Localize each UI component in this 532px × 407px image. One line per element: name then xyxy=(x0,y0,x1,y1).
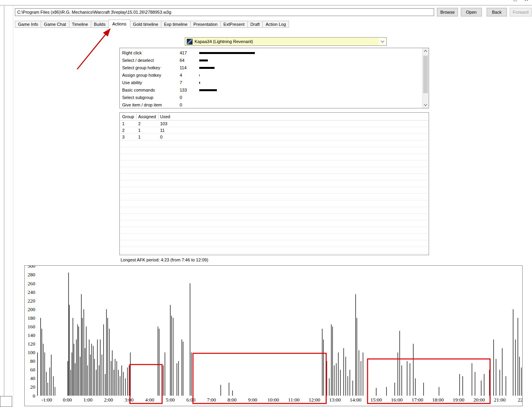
tab-presentation[interactable]: Presentation xyxy=(190,21,221,28)
apm-bar xyxy=(90,355,90,396)
scroll-up-icon[interactable] xyxy=(422,48,429,55)
table-cell: 2 xyxy=(122,128,124,133)
action-row[interactable]: Give item / drop item0 xyxy=(120,101,422,108)
combo-dropdown-button[interactable] xyxy=(379,38,386,45)
apm-bar xyxy=(459,374,460,396)
player-select[interactable]: Kapaa34 (Lightning Revenant) xyxy=(185,37,387,46)
action-count: 7 xyxy=(180,80,182,85)
action-count-bar xyxy=(199,74,200,76)
apm-bar xyxy=(47,383,48,396)
table-row xyxy=(120,174,429,180)
action-count: 0 xyxy=(180,95,182,100)
apm-bar xyxy=(93,346,94,396)
action-count-bar xyxy=(199,89,217,91)
browse-button[interactable]: Browse xyxy=(437,8,458,16)
action-count-bar xyxy=(199,52,255,54)
table-row xyxy=(120,200,429,207)
x-tick-label: -1:00 xyxy=(41,397,52,403)
chevron-down-icon xyxy=(381,39,384,42)
tab-timeline[interactable]: Timeline xyxy=(69,21,91,28)
apm-bar xyxy=(357,318,357,396)
apm-bar xyxy=(323,340,324,396)
x-tick-label: 3:00 xyxy=(124,397,133,403)
apm-bar xyxy=(69,272,69,396)
tab-extpresent[interactable]: ExtPresent xyxy=(220,21,248,28)
column-header-group[interactable]: Group xyxy=(122,114,134,119)
apm-bar xyxy=(329,378,329,396)
apm-bar xyxy=(70,370,71,396)
action-count-bar xyxy=(199,67,215,69)
apm-bar xyxy=(346,357,346,396)
table-row xyxy=(120,220,429,227)
close-icon[interactable]: ✕ xyxy=(524,0,528,2)
column-header-used[interactable]: Used xyxy=(160,114,170,119)
table-row xyxy=(120,214,429,220)
apm-bar xyxy=(43,344,43,396)
back-button[interactable]: Back xyxy=(487,8,507,16)
action-count: 4 xyxy=(180,73,182,77)
tab-gold-timeline[interactable]: Gold timeline xyxy=(130,21,161,28)
apm-bar xyxy=(513,309,513,396)
table-row xyxy=(120,240,429,247)
minimize-icon[interactable]: – xyxy=(503,0,506,2)
open-button[interactable]: Open xyxy=(461,8,482,16)
actions-scrollbar[interactable] xyxy=(422,48,429,108)
replay-path-input[interactable] xyxy=(15,8,434,16)
apm-bar xyxy=(158,326,158,396)
apm-bar xyxy=(518,318,518,396)
apm-bar xyxy=(86,326,87,396)
apm-bar xyxy=(220,385,221,396)
apm-bar xyxy=(103,324,104,396)
y-tick-label: 0 xyxy=(33,393,36,399)
apm-chart: 0204060801001201401601802002202402602803… xyxy=(24,265,523,406)
action-row[interactable]: Select group hotkey114 xyxy=(120,64,422,72)
apm-bar xyxy=(89,340,89,396)
action-row[interactable]: Use ability7 xyxy=(120,79,422,86)
apm-bar xyxy=(462,376,463,396)
x-tick-label: 12:00 xyxy=(308,397,320,403)
annotation-arrow xyxy=(59,23,125,76)
tab-game-info[interactable]: Game Info xyxy=(15,21,41,28)
apm-bar xyxy=(515,340,516,396)
tab-actions[interactable]: Actions xyxy=(108,20,130,28)
x-tick-label: 11:00 xyxy=(288,397,299,403)
y-tick-label: 260 xyxy=(28,281,36,286)
tab-game-chat[interactable]: Game Chat xyxy=(41,21,69,28)
tab-exp-timeline[interactable]: Exp timeline xyxy=(161,21,191,28)
apm-bar xyxy=(171,316,172,396)
table-row xyxy=(120,227,429,234)
table-cell: 1 xyxy=(138,135,141,139)
table-cell: 1 xyxy=(122,121,124,126)
table-row[interactable]: 2111 xyxy=(120,127,429,134)
table-row[interactable]: 310 xyxy=(120,134,429,140)
action-row[interactable]: Right click417 xyxy=(120,49,422,57)
table-row xyxy=(120,234,429,240)
apm-bar xyxy=(472,363,472,396)
tab-action-log[interactable]: Action Log xyxy=(262,21,289,28)
apm-bar xyxy=(519,357,519,396)
apm-bar xyxy=(53,376,54,396)
apm-bar xyxy=(40,318,41,396)
action-row[interactable]: Assign group hotkey4 xyxy=(120,72,422,79)
action-row[interactable]: Basic commands133 xyxy=(120,86,422,94)
apm-bar xyxy=(407,361,407,396)
apm-bar xyxy=(125,378,126,396)
action-label: Right click xyxy=(122,50,142,55)
scrollbar-thumb[interactable] xyxy=(423,56,428,93)
apm-bar xyxy=(165,353,165,396)
tab-builds[interactable]: Builds xyxy=(91,21,109,28)
tab-draft[interactable]: Draft xyxy=(247,21,263,28)
maximize-icon[interactable]: □ xyxy=(514,0,517,2)
apm-bar xyxy=(481,380,482,396)
column-header-assigned[interactable]: Assigned xyxy=(138,114,156,119)
apm-bar xyxy=(496,359,496,396)
action-count: 114 xyxy=(180,65,187,70)
scroll-down-icon[interactable] xyxy=(422,101,429,108)
action-row[interactable]: Select subgroup0 xyxy=(120,94,422,101)
apm-bar xyxy=(177,363,177,396)
table-row[interactable]: 12103 xyxy=(120,121,429,127)
action-row[interactable]: Select / deselect64 xyxy=(120,57,422,64)
apm-bar xyxy=(50,367,50,396)
apm-bar xyxy=(182,340,182,396)
y-tick-label: 200 xyxy=(28,306,36,312)
